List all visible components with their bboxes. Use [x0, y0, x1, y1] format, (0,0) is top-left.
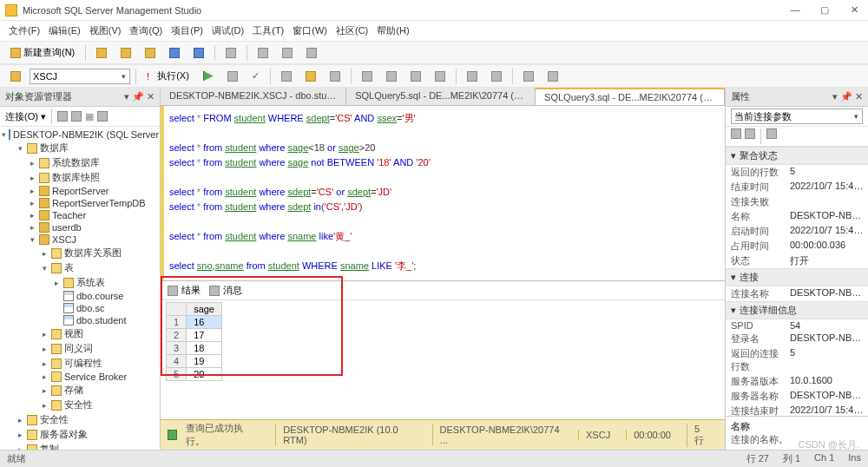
messages-tab[interactable]: 消息: [209, 284, 242, 297]
tb-button[interactable]: [300, 69, 321, 84]
tree-root[interactable]: ▾DESKTOP-NBME2IK (SQL Server 10.0.160…: [0, 128, 160, 141]
menu-item[interactable]: 调试(D): [208, 23, 247, 39]
tj-button[interactable]: [518, 69, 539, 84]
props-category[interactable]: ▾连接: [726, 268, 868, 286]
results-grid[interactable]: sage116217318419520: [166, 302, 222, 381]
props-row[interactable]: 返回的连接行数5: [726, 346, 868, 374]
chevron-down-icon[interactable]: ▾: [117, 72, 129, 81]
ti-button[interactable]: [486, 69, 507, 84]
tree-node[interactable]: ▸安全性: [0, 412, 160, 427]
properties-grid[interactable]: ▾聚合状态返回的行数5结束时间2022/10/7 15:49:23连接失败名称D…: [726, 147, 868, 416]
props-row[interactable]: SPID54: [726, 319, 868, 332]
debug-button[interactable]: [198, 69, 219, 84]
tree-node[interactable]: ▸Service Broker: [0, 371, 160, 383]
menu-item[interactable]: 视图(V): [86, 23, 125, 39]
props-cat-icon[interactable]: [731, 128, 741, 139]
tree-node[interactable]: ▸系统表: [0, 275, 160, 290]
tree-node[interactable]: ▸视图: [0, 326, 160, 341]
activity-button[interactable]: [220, 45, 241, 61]
props-row[interactable]: 登录名DESKTOP-NBME2IK: [726, 332, 868, 346]
menu-item[interactable]: 查询(Q): [126, 23, 166, 39]
tf-button[interactable]: [405, 69, 426, 84]
tree-node[interactable]: ▸安全性: [0, 398, 160, 412]
tree-node[interactable]: ▸ReportServerTempDB: [0, 197, 160, 209]
sql-editor[interactable]: select * FROM student WHERE sdept='CS' A…: [161, 106, 725, 280]
tree-node[interactable]: ▸数据库关系图: [0, 246, 160, 260]
menu-item[interactable]: 帮助(H): [373, 23, 412, 39]
menu-item[interactable]: 项目(P): [168, 23, 207, 39]
oe-ico3[interactable]: ▦: [85, 111, 94, 122]
tree-node[interactable]: ▸可编程性: [0, 356, 160, 371]
menu-item[interactable]: 编辑(E): [45, 23, 84, 39]
parse-button[interactable]: ✓: [247, 68, 265, 84]
maximize-button[interactable]: ▢: [816, 4, 833, 16]
connect-button[interactable]: 连接(O) ▾: [5, 110, 46, 123]
tree-node[interactable]: dbo.student: [0, 314, 160, 326]
editor-tab[interactable]: SQLQuery5.sql - DE...ME2IK\20774 (52))*: [346, 88, 536, 105]
object-explorer-tree[interactable]: ▾DESKTOP-NBME2IK (SQL Server 10.0.160…▾数…: [0, 127, 160, 450]
tree-node[interactable]: ▸系统数据库: [0, 155, 160, 170]
te-button[interactable]: [381, 69, 402, 84]
props-row[interactable]: 服务器名称DESKTOP-NBME2IK: [726, 389, 868, 404]
chevron-down-icon[interactable]: ▾: [851, 112, 862, 121]
tree-node[interactable]: ▾XSCJ: [0, 234, 160, 246]
tree-node[interactable]: dbo.course: [0, 290, 160, 302]
props-row[interactable]: 名称DESKTOP-NBME2IK: [726, 209, 868, 224]
props-category[interactable]: ▾连接详细信息: [726, 301, 868, 319]
tg-button[interactable]: [430, 69, 450, 84]
tree-node[interactable]: ▸数据库快照: [0, 170, 160, 185]
tree-node[interactable]: ▸存储: [0, 383, 160, 398]
tool1-button[interactable]: [277, 45, 298, 61]
open-button[interactable]: [91, 45, 112, 61]
tool2-button[interactable]: [301, 45, 322, 61]
results-tab[interactable]: 结果: [168, 284, 201, 297]
tree-node[interactable]: ▸ReportServer: [0, 185, 160, 197]
td-button[interactable]: [357, 69, 378, 84]
props-row[interactable]: 结束时间2022/10/7 15:49:23: [726, 180, 868, 194]
oe-ico4[interactable]: [97, 111, 108, 122]
menu-item[interactable]: 社区(C): [332, 23, 372, 39]
tc-button[interactable]: [325, 69, 345, 84]
saveall-button[interactable]: [188, 45, 209, 61]
editor-tab[interactable]: DESKTOP-NBME2IK.XSCJ - dbo.student: [161, 88, 346, 105]
tree-node[interactable]: ▾数据库: [0, 141, 160, 155]
database-input[interactable]: [30, 71, 117, 82]
database-combo[interactable]: ▾: [30, 69, 130, 84]
menu-item[interactable]: 文件(F): [5, 23, 43, 39]
save-button[interactable]: [164, 45, 185, 61]
props-category[interactable]: ▾聚合状态: [726, 147, 868, 165]
menu-item[interactable]: 工具(T): [249, 23, 287, 39]
open3-button[interactable]: [140, 45, 161, 61]
tk-button[interactable]: [542, 69, 563, 84]
minimize-button[interactable]: —: [786, 4, 804, 16]
list-button[interactable]: [253, 45, 273, 61]
execute-button[interactable]: ! 执行(X): [141, 67, 194, 85]
props-row[interactable]: 连接失败: [726, 194, 868, 209]
tree-node[interactable]: ▸userdb: [0, 221, 160, 234]
th-button[interactable]: [462, 69, 483, 84]
props-row[interactable]: 返回的行数5: [726, 165, 868, 180]
props-combo[interactable]: ▾: [731, 109, 863, 124]
props-page-icon[interactable]: [766, 128, 777, 139]
props-az-icon[interactable]: [745, 128, 755, 139]
props-row[interactable]: 连接结束时间2022/10/7 15:49:23: [726, 404, 868, 416]
close-button[interactable]: ✕: [845, 4, 863, 16]
props-row[interactable]: 状态打开: [726, 253, 868, 268]
tree-node[interactable]: ▸服务器对象: [0, 427, 160, 442]
open2-button[interactable]: [115, 45, 136, 61]
props-close[interactable]: ▾ 📌 ✕: [832, 91, 863, 102]
tree-node[interactable]: ▸同义词: [0, 341, 160, 356]
tree-node[interactable]: ▸Teacher: [0, 209, 160, 221]
props-row[interactable]: 占用时间00:00:00.036: [726, 239, 868, 253]
db-icon[interactable]: [5, 69, 26, 84]
new-query-button[interactable]: 新建查询(N): [5, 43, 80, 62]
editor-tab[interactable]: SQLQuery3.sql - DE...ME2IK\20774 (54))*: [536, 88, 725, 105]
oe-ico1[interactable]: [57, 111, 68, 122]
props-row[interactable]: 启动时间2022/10/7 15:49:23: [726, 224, 868, 239]
props-row[interactable]: 连接名称DESKTOP-NBME2IK: [726, 286, 868, 301]
tree-node[interactable]: ▸复制: [0, 442, 160, 450]
panel-buttons[interactable]: ▾ 📌 ✕: [124, 91, 155, 102]
tree-node[interactable]: ▾表: [0, 260, 160, 275]
props-row[interactable]: 服务器版本10.0.1600: [726, 374, 868, 389]
ta-button[interactable]: [276, 69, 297, 84]
